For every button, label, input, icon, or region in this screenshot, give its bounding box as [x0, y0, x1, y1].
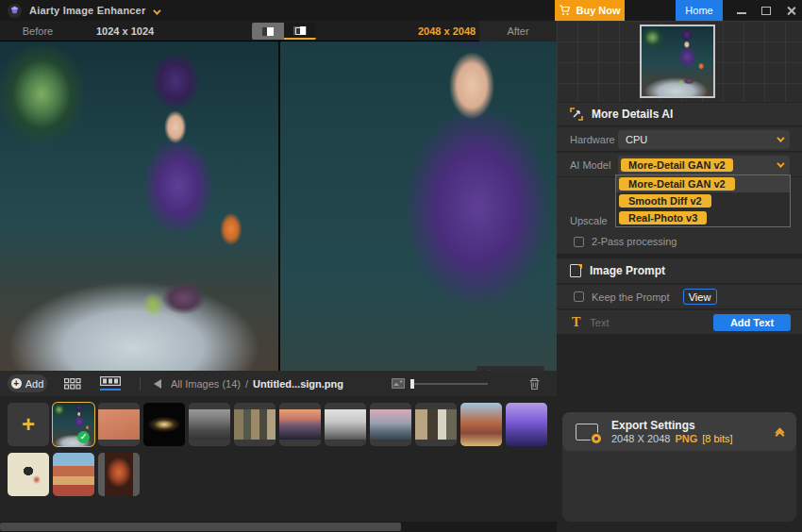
two-pass-checkbox[interactable]: [574, 237, 584, 247]
thumbnail-size-control: [392, 378, 488, 389]
thumb-red-figure-image: [98, 453, 140, 496]
collapse-chevrons-icon[interactable]: [777, 429, 783, 435]
cart-icon: [559, 5, 571, 16]
thumb-city-neon-image: [506, 403, 547, 446]
tab-after[interactable]: After: [479, 21, 557, 42]
export-settings-title: Export Settings: [611, 419, 733, 432]
before-image: [0, 42, 278, 371]
export-bit-depth: [8 bits]: [702, 433, 732, 444]
hardware-row: Hardware CPU: [557, 126, 802, 151]
buy-now-button[interactable]: Buy Now: [555, 0, 625, 21]
document-icon: [570, 264, 581, 277]
current-file-name: Untitled...sign.png: [253, 378, 343, 390]
more-details-ai-title: More Details AI: [592, 108, 673, 121]
pane-divider[interactable]: [278, 42, 280, 371]
thumb-salmon-texture[interactable]: [98, 403, 140, 446]
export-format: PNG: [675, 433, 697, 444]
keep-prompt-row: Keep the Prompt View: [557, 284, 802, 308]
thumb-facade-collage-image: [415, 409, 457, 440]
export-settings-panel[interactable]: Export Settings 2048 X 2048 PNG [8 bits]: [562, 412, 796, 451]
thumbnail-strip: ✓: [0, 396, 557, 522]
enhance-icon: [570, 108, 583, 121]
keep-prompt-checkbox[interactable]: [574, 291, 584, 302]
thumb-street-canyon-image: [234, 409, 276, 440]
ai-model-row: AI Model More-Detail GAN v2: [557, 152, 802, 176]
navigator-thumbnail[interactable]: [640, 25, 715, 98]
two-pass-label: 2-Pass processing: [592, 236, 677, 247]
thumb-selected-artwork[interactable]: ✓: [53, 403, 94, 446]
thumb-crow-illustration[interactable]: [8, 453, 49, 496]
ai-model-label: AI Model: [570, 159, 615, 171]
delete-image-icon[interactable]: [528, 377, 541, 391]
thumb-galaxy-image: [143, 403, 185, 446]
add-image-button[interactable]: + Add: [8, 374, 47, 392]
hardware-label: Hardware: [570, 134, 615, 145]
thumb-galaxy[interactable]: [143, 403, 185, 446]
thumb-sunset-ridge-image: [279, 409, 321, 440]
maximize-icon[interactable]: [761, 7, 771, 15]
before-dimensions: 1024 x 1024: [96, 25, 154, 37]
image-size-icon: [392, 378, 405, 389]
tab-before[interactable]: Before: [0, 25, 75, 37]
add-image-tile[interactable]: [8, 403, 49, 446]
compare-tab-bar: Before 1024 x 1024 2048 x 2048 After: [0, 21, 557, 42]
image-viewer: Refresh 18%: [0, 42, 557, 371]
text-label: Text: [590, 317, 609, 328]
thumb-street-color[interactable]: [460, 403, 502, 446]
thumb-street-scene[interactable]: [53, 453, 94, 496]
text-tool-icon: T: [572, 315, 580, 330]
view-prompt-button[interactable]: View: [683, 289, 717, 305]
title-bar: Aiarty Image Enhancer Buy Now Home: [0, 0, 802, 21]
single-view-icon[interactable]: [252, 23, 284, 40]
thumbnail-row-1: ✓: [8, 403, 547, 446]
thumb-street-canyon[interactable]: [234, 403, 276, 446]
dropdown-option-2[interactable]: Smooth Diff v2: [616, 192, 790, 209]
export-container: Export Settings 2048 X 2048 PNG [8 bits]…: [562, 412, 796, 522]
window-controls: [737, 0, 796, 21]
app-menu-chevron-icon[interactable]: [153, 2, 159, 19]
thumb-city-neon[interactable]: [506, 403, 547, 446]
selected-check-icon: ✓: [77, 431, 90, 443]
thumb-dancers-monochrome-image: [325, 409, 366, 440]
thumbnail-size-slider[interactable]: [410, 383, 488, 385]
back-arrow-icon[interactable]: [154, 379, 161, 389]
navigator-preview[interactable]: [557, 21, 802, 102]
app-logo-icon: [8, 4, 22, 18]
after-image-pane[interactable]: [280, 42, 557, 371]
add-text-button[interactable]: Add Text: [713, 314, 791, 331]
thumb-city-monochrome[interactable]: [189, 403, 230, 446]
before-image-pane[interactable]: [0, 42, 278, 371]
split-view-icon[interactable]: [284, 23, 316, 40]
close-icon[interactable]: [786, 6, 796, 16]
filmstrip-view-icon[interactable]: [100, 376, 121, 391]
dropdown-option-3[interactable]: Real-Photo v3: [616, 209, 790, 226]
home-button[interactable]: Home: [676, 0, 723, 21]
breadcrumb: All Images (14) / Untitled...sign.png: [171, 378, 343, 390]
thumb-sunset-ridge[interactable]: [279, 403, 321, 446]
thumb-skyline-dusk-image: [370, 409, 411, 440]
ai-model-select[interactable]: More-Detail GAN v2: [618, 156, 790, 175]
minimize-icon[interactable]: [737, 8, 746, 14]
hardware-select[interactable]: CPU: [618, 130, 790, 149]
gear-icon: [592, 434, 601, 443]
grid-view-icon[interactable]: [64, 378, 81, 390]
horizontal-scrollbar-thumb[interactable]: [0, 523, 401, 531]
thumb-facade-collage[interactable]: [415, 403, 457, 446]
settings-panel: More Details AI Hardware CPU AI Model Mo…: [557, 21, 802, 532]
thumbnail-row-2: [8, 453, 140, 496]
plus-icon: +: [11, 378, 22, 389]
slider-handle[interactable]: [410, 379, 414, 389]
thumb-red-figure[interactable]: [98, 453, 140, 496]
thumb-salmon-texture-image: [98, 409, 140, 440]
image-prompt-title: Image Prompt: [590, 264, 665, 277]
thumb-dancers-monochrome[interactable]: [325, 403, 366, 446]
after-dimensions: 2048 x 2048: [418, 25, 476, 37]
thumb-street-color-image: [460, 403, 502, 446]
thumb-skyline-dusk[interactable]: [370, 403, 411, 446]
upscale-label: Upscale: [570, 215, 615, 226]
toolbar-divider: [140, 377, 141, 391]
app-window: Aiarty Image Enhancer Buy Now Home Befor…: [0, 0, 802, 532]
collection-name[interactable]: All Images (14): [171, 378, 241, 390]
more-details-ai-header: More Details AI: [557, 103, 802, 125]
dropdown-option-1[interactable]: More-Detail GAN v2: [616, 175, 790, 192]
